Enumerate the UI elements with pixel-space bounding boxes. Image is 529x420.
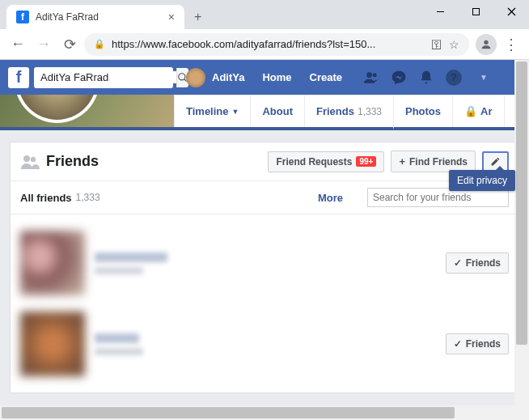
facebook-favicon — [16, 11, 29, 23]
lock-icon: 🔒 — [464, 105, 477, 117]
new-tab-button[interactable]: + — [194, 10, 201, 24]
svg-point-5 — [179, 73, 185, 79]
friend-list: ✓ Friends ✓ Friends — [11, 214, 518, 392]
friend-photo[interactable] — [20, 231, 85, 295]
avatar — [186, 68, 205, 87]
panel-title: Friends — [46, 153, 261, 170]
check-icon: ✓ — [454, 338, 462, 350]
tab-timeline[interactable]: Timeline▼ — [175, 95, 251, 127]
profile-name: AditYa — [210, 71, 251, 83]
close-tab-icon[interactable]: × — [168, 11, 175, 23]
friend-photo[interactable] — [20, 312, 85, 376]
bookmark-icon[interactable]: ☆ — [449, 38, 459, 51]
button-label: Friends — [466, 338, 501, 350]
svg-point-10 — [31, 156, 36, 161]
plus-icon: + — [399, 155, 405, 168]
browser-tab[interactable]: AditYa FaRrad × — [6, 5, 184, 29]
reload-button[interactable]: ⟳ — [58, 33, 81, 56]
browser-titlebar: AditYa FaRrad × + — [0, 0, 529, 29]
profile-link[interactable]: AditYa — [186, 68, 251, 87]
cover-photo-slice — [0, 95, 174, 127]
friend-info — [95, 252, 436, 274]
friend-name-blurred[interactable] — [95, 333, 139, 343]
button-label: Find Friends — [409, 156, 468, 168]
friend-name-blurred[interactable] — [95, 252, 167, 262]
key-icon[interactable]: ⚿ — [431, 38, 442, 51]
friend-info — [95, 333, 436, 355]
browser-toolbar: ← → ⟳ 🔒 https://www.facebook.com/adityaf… — [0, 29, 529, 60]
content-area: Friends Friend Requests 99+ + Find Frien… — [0, 130, 529, 405]
facebook-header: AditYa Home Create ▼ — [0, 60, 529, 95]
panel-header: Friends Friend Requests 99+ + Find Frien… — [11, 142, 518, 181]
create-link[interactable]: Create — [303, 71, 349, 83]
requests-badge: 99+ — [356, 156, 376, 167]
scrollbar-corner — [514, 405, 529, 420]
menu-caret-icon[interactable]: ▼ — [480, 73, 488, 82]
close-window-button[interactable] — [493, 0, 529, 23]
button-label: Friend Requests — [276, 156, 352, 168]
forward-button[interactable]: → — [32, 33, 55, 56]
horizontal-scrollbar[interactable] — [0, 405, 514, 420]
facebook-search[interactable] — [34, 67, 173, 88]
svg-point-7 — [366, 72, 372, 78]
tab-photos[interactable]: Photos — [394, 95, 453, 127]
lock-icon: 🔒 — [94, 39, 105, 49]
friends-status-button[interactable]: ✓ Friends — [446, 252, 509, 274]
notifications-icon[interactable] — [418, 70, 434, 86]
svg-point-4 — [484, 40, 488, 44]
minimize-button[interactable] — [422, 0, 458, 23]
svg-rect-1 — [472, 8, 479, 15]
help-icon[interactable] — [446, 70, 462, 86]
tab-archive[interactable]: 🔒Ar — [453, 95, 504, 127]
messenger-icon[interactable] — [391, 70, 407, 86]
subtab-more[interactable]: More — [318, 192, 343, 204]
friend-row: ✓ Friends — [20, 223, 509, 303]
tab-label: Timeline — [186, 105, 229, 117]
check-icon: ✓ — [454, 257, 462, 269]
button-label: Friends — [466, 257, 501, 269]
subtab-all-friends[interactable]: All friends 1,333 — [20, 192, 100, 204]
friend-requests-icon[interactable] — [363, 70, 379, 86]
chevron-down-icon: ▼ — [232, 108, 239, 116]
friend-row: ✓ Friends — [20, 303, 509, 384]
friend-meta-blurred — [95, 348, 143, 355]
svg-point-9 — [23, 155, 30, 162]
facebook-logo[interactable] — [8, 67, 29, 88]
profile-nav: Timeline▼ About Friends1,333 Photos 🔒Ar — [0, 95, 529, 130]
svg-point-8 — [373, 73, 377, 77]
search-input[interactable] — [40, 71, 176, 83]
friends-icon — [20, 152, 40, 172]
subtab-label: All friends — [20, 192, 72, 204]
address-bar[interactable]: 🔒 https://www.facebook.com/adityafarrad/… — [84, 33, 469, 56]
window-controls — [422, 0, 529, 23]
tab-label: About — [262, 105, 293, 117]
tab-title: AditYa FaRrad — [36, 11, 162, 23]
friends-count: 1,333 — [358, 106, 382, 117]
tab-label: Ar — [480, 105, 492, 117]
friends-status-button[interactable]: ✓ Friends — [446, 333, 509, 354]
friends-panel: Friends Friend Requests 99+ + Find Frien… — [10, 142, 519, 393]
friend-requests-button[interactable]: Friend Requests 99+ — [268, 151, 384, 172]
tab-friends[interactable]: Friends1,333 — [305, 95, 394, 129]
tab-label: Friends — [316, 105, 354, 117]
tab-about[interactable]: About — [251, 95, 305, 127]
url-text: https://www.facebook.com/adityafarrad/fr… — [112, 38, 425, 50]
home-link[interactable]: Home — [256, 71, 298, 83]
find-friends-button[interactable]: + Find Friends — [391, 151, 476, 172]
tab-label: Photos — [405, 105, 441, 117]
friend-meta-blurred — [95, 267, 143, 274]
back-button[interactable]: ← — [6, 33, 29, 56]
subtab-count: 1,333 — [76, 192, 100, 203]
profile-button[interactable] — [476, 34, 497, 55]
maximize-button[interactable] — [458, 0, 493, 23]
friends-subnav: All friends 1,333 More — [11, 181, 518, 214]
edit-privacy-tooltip: Edit privacy — [449, 170, 515, 191]
vertical-scrollbar[interactable] — [514, 60, 529, 405]
browser-menu-button[interactable]: ⋮ — [500, 33, 523, 56]
